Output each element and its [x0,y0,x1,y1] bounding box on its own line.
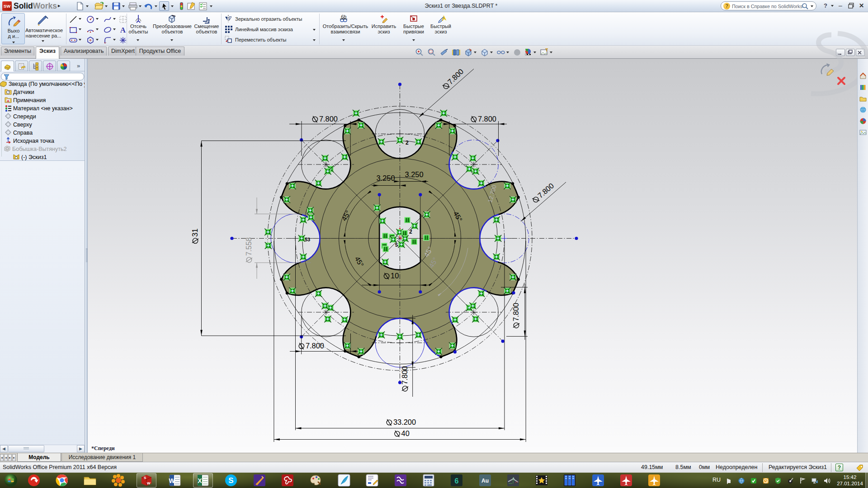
svg-text:S: S [228,476,233,485]
svg-text:7.800: 7.800 [536,181,556,200]
svg-text:A: A [7,99,9,103]
svg-text:53: 53 [305,237,310,242]
svg-text:7.800: 7.800 [512,303,520,321]
svg-text:3.250: 3.250 [405,170,423,178]
svg-text:S: S [144,476,146,480]
svg-text:X: X [198,477,202,484]
svg-text:W: W [147,481,151,485]
svg-text:Au: Au [481,478,489,484]
svg-text:7.800: 7.800 [306,342,324,350]
svg-text:2: 2 [406,140,409,146]
svg-text:7.558: 7.558 [245,237,253,256]
svg-text:6: 6 [455,477,459,485]
svg-text:3.250: 3.250 [376,174,395,182]
svg-text:7.800: 7.800 [446,67,465,86]
svg-text:7.800: 7.800 [401,366,409,385]
svg-text:2: 2 [409,229,412,235]
svg-text:7.800: 7.800 [319,115,338,123]
svg-text:10: 10 [391,272,399,280]
svg-text:33.200: 33.200 [393,418,416,426]
svg-text:7.800: 7.800 [478,115,496,123]
svg-text:40: 40 [401,429,410,437]
svg-text:W: W [169,477,175,484]
svg-text:31: 31 [191,229,199,237]
